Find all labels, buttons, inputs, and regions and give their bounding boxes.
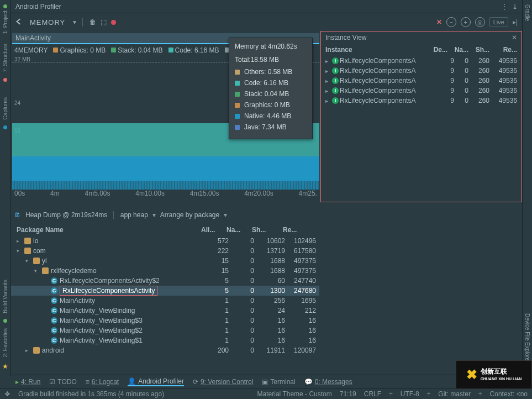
instance-header: Instance De... Na... Sh... Re... xyxy=(321,44,522,56)
record-button[interactable] xyxy=(111,20,116,25)
live-toggle[interactable]: Live xyxy=(489,17,508,27)
gradle-tab[interactable]: Gradle xyxy=(524,4,530,21)
close-session-button[interactable]: ✕ xyxy=(436,18,442,26)
heap-row[interactable]: CRxLifecycleComponentsActivity$250602477… xyxy=(11,276,319,286)
ytick-24: 24 xyxy=(14,100,20,106)
heap-row[interactable]: ▸android200011911120097 xyxy=(11,345,319,355)
tab-run[interactable]: ▸4: Run xyxy=(15,378,40,386)
status-bar: ❖ Gradle build finished in 1s 365ms (4 m… xyxy=(0,388,532,399)
class-icon: C xyxy=(51,277,57,284)
status-message: Gradle build finished in 1s 365ms (4 min… xyxy=(18,390,164,398)
package-icon xyxy=(42,267,49,274)
allocation-ticks xyxy=(12,181,319,190)
download-icon[interactable]: ⤓ xyxy=(512,3,518,11)
export-icon[interactable]: ⬚ xyxy=(101,18,107,26)
captures-tab[interactable]: Captures xyxy=(2,97,8,120)
heap-table-header: Package Name All... Na... Sh... Re... xyxy=(11,224,319,236)
status-position[interactable]: 71:19 xyxy=(340,390,356,398)
instance-row[interactable]: ▸IRxLifecycleComponentsA9026049536 xyxy=(321,96,522,106)
window-header: Android Profiler ⋮ ⤓ xyxy=(11,0,522,13)
instance-row[interactable]: ▸IRxLifecycleComponentsA9026049536 xyxy=(321,86,522,96)
heap-row[interactable]: ▾rxlifecycledemo1501688497375 xyxy=(11,266,319,276)
file-icon: 🗎 xyxy=(14,211,21,219)
status-crlf[interactable]: CRLF xyxy=(364,390,381,398)
legend-stack: Stack: 0.04 MB xyxy=(118,46,162,54)
memory-tooltip: Memory at 4m20.62s Total:18.58 MB Others… xyxy=(229,38,313,139)
tab-vcs[interactable]: ⟳9: Version Control xyxy=(193,378,253,386)
package-icon xyxy=(33,347,40,354)
sidebar-right: Gradle Device File Explorer xyxy=(522,0,532,399)
class-icon: C xyxy=(51,297,57,304)
chevron-down-icon[interactable]: ▾ xyxy=(73,18,76,26)
x-axis: 00s4m4m5.00s4m10.00s4m15.00s4m20.00s4m25… xyxy=(12,190,319,197)
heap-row[interactable]: ▾yl1501688497375 xyxy=(11,256,319,266)
heap-dump-label: Heap Dump @ 2m19s24ms xyxy=(25,211,107,219)
project-icon xyxy=(3,4,7,8)
heap-row[interactable]: CMainActivity_ViewBinding$3101616 xyxy=(11,316,319,326)
tooltip-row: Graphics: 0 MB xyxy=(235,101,307,109)
memory-label[interactable]: MEMORY xyxy=(27,18,69,27)
reset-zoom-button[interactable]: ◎ xyxy=(475,17,485,27)
class-icon: C xyxy=(51,307,57,314)
star-icon: ★ xyxy=(2,363,8,370)
tooltip-row: Others: 0.58 MB xyxy=(235,68,307,76)
tab-logcat[interactable]: ≡6: Logcat xyxy=(86,378,119,386)
tab-todo[interactable]: ☑TODO xyxy=(49,378,76,386)
instance-view-title: Instance View xyxy=(325,34,367,41)
tooltip-row: Stack: 0.04 MB xyxy=(235,90,307,98)
arrange-selector[interactable]: Arrange by package xyxy=(160,211,219,219)
package-icon xyxy=(24,248,31,254)
status-theme[interactable]: Material Theme - Custom xyxy=(257,390,332,398)
status-git[interactable]: Git: master xyxy=(438,390,471,398)
structure-tab[interactable]: 7: Structure xyxy=(2,44,8,72)
build-variants-tab[interactable]: Build Variants xyxy=(2,280,8,313)
heap-row[interactable]: CMainActivity_ViewBinding1024212 xyxy=(11,306,319,316)
class-icon: C xyxy=(51,337,57,344)
instance-view-panel: Instance View ✕ Instance De... Na... Sh.… xyxy=(320,31,522,202)
trash-icon[interactable]: 🗑 xyxy=(89,18,96,26)
heap-row[interactable]: ▾com222013719617580 xyxy=(11,246,319,256)
chevron-down-icon[interactable]: ▾ xyxy=(152,211,156,219)
heap-row[interactable]: CRxLifecycleComponentsActivity5013002476… xyxy=(11,286,319,296)
go-live-button[interactable]: ▸| xyxy=(513,18,518,26)
tooltip-row: Code: 6.16 MB xyxy=(235,79,307,87)
watermark-logo: ✖ 创新互联CHUANG XIN HU LIAN xyxy=(456,360,532,389)
more-icon[interactable]: ⋮ xyxy=(501,3,508,11)
instance-row[interactable]: ▸IRxLifecycleComponentsA9026049536 xyxy=(321,56,522,66)
class-icon: C xyxy=(51,287,57,294)
logo-icon: ✖ xyxy=(466,367,477,382)
zoom-in-button[interactable]: + xyxy=(461,17,471,27)
window-title: Android Profiler xyxy=(15,3,497,11)
device-explorer-tab[interactable]: Device File Explorer xyxy=(524,313,530,363)
heap-row[interactable]: CMainActivity_ViewBinding$2101616 xyxy=(11,326,319,335)
tab-terminal[interactable]: ▣Terminal xyxy=(262,378,295,386)
layers-icon[interactable]: ❖ xyxy=(4,390,10,398)
heap-selector[interactable]: app heap xyxy=(120,211,148,219)
tab-profiler[interactable]: 👤Android Profiler xyxy=(128,377,184,386)
class-icon: C xyxy=(51,317,57,324)
instance-row[interactable]: ▸IRxLifecycleComponentsA9026049536 xyxy=(321,66,522,76)
heap-row[interactable]: CMainActivity_ViewBinding$1101616 xyxy=(11,335,319,345)
legend-code: Code: 6.16 MB xyxy=(175,46,219,54)
tab-messages[interactable]: 💬0: Messages xyxy=(304,378,352,386)
legend-total: 4MEMORY xyxy=(14,46,48,54)
heap-table: Package Name All... Na... Sh... Re... ▸i… xyxy=(11,224,319,375)
instance-row[interactable]: ▸IRxLifecycleComponentsA9026049536 xyxy=(321,76,522,86)
favorites-tab[interactable]: 2: Favorites xyxy=(2,328,8,357)
back-button[interactable] xyxy=(15,18,22,27)
tooltip-row: Native: 4.46 MB xyxy=(235,112,307,120)
legend-graphics: Graphics: 0 MB xyxy=(60,46,106,54)
bottom-tabs: ▸4: Run ☑TODO ≡6: Logcat 👤Android Profil… xyxy=(11,375,522,388)
structure-icon xyxy=(3,78,7,82)
tooltip-row: Java: 7.34 MB xyxy=(235,123,307,131)
chevron-down-icon[interactable]: ▾ xyxy=(224,211,227,219)
heap-row[interactable]: ▸io572010602102496 xyxy=(11,236,319,246)
close-icon[interactable]: ✕ xyxy=(512,34,517,41)
heap-row[interactable]: CMainActivity102561695 xyxy=(11,296,319,306)
project-tab[interactable]: 1: Project xyxy=(2,11,8,34)
build-icon xyxy=(3,319,7,323)
status-encoding[interactable]: UTF-8 xyxy=(401,390,419,398)
zoom-out-button[interactable]: − xyxy=(446,17,456,27)
class-icon: C xyxy=(51,327,57,334)
status-context[interactable]: Context: <no xyxy=(490,390,528,398)
